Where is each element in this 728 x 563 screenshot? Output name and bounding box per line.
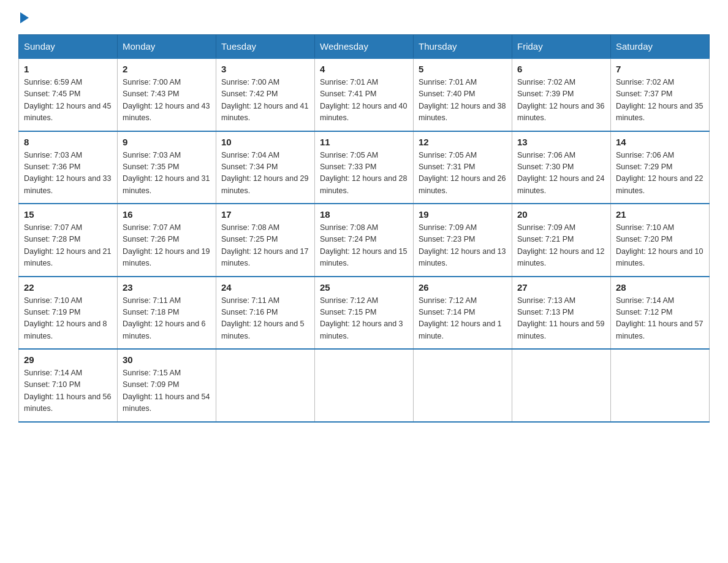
calendar-cell: 8Sunrise: 7:03 AMSunset: 7:36 PMDaylight…: [19, 131, 118, 204]
calendar-cell: 1Sunrise: 6:59 AMSunset: 7:45 PMDaylight…: [19, 58, 118, 131]
calendar-cell: 6Sunrise: 7:02 AMSunset: 7:39 PMDaylight…: [512, 58, 611, 131]
day-info: Sunrise: 7:01 AMSunset: 7:41 PMDaylight:…: [320, 77, 408, 124]
day-number: 17: [221, 209, 309, 220]
day-info: Sunrise: 7:04 AMSunset: 7:34 PMDaylight:…: [221, 150, 309, 197]
weekday-header-tuesday: Tuesday: [216, 35, 315, 59]
calendar-cell: 19Sunrise: 7:09 AMSunset: 7:23 PMDayligh…: [414, 204, 512, 277]
day-number: 9: [123, 137, 211, 147]
weekday-header-monday: Monday: [118, 35, 216, 59]
day-info: Sunrise: 7:08 AMSunset: 7:24 PMDaylight:…: [320, 222, 408, 270]
day-info: Sunrise: 7:00 AMSunset: 7:43 PMDaylight:…: [123, 77, 211, 124]
day-number: 21: [616, 209, 704, 220]
calendar-cell: 25Sunrise: 7:12 AMSunset: 7:15 PMDayligh…: [315, 277, 414, 350]
day-info: Sunrise: 7:07 AMSunset: 7:26 PMDaylight:…: [123, 222, 211, 270]
day-number: 25: [320, 282, 408, 293]
day-info: Sunrise: 6:59 AMSunset: 7:45 PMDaylight:…: [24, 77, 112, 124]
day-info: Sunrise: 7:08 AMSunset: 7:25 PMDaylight:…: [221, 222, 309, 270]
calendar-cell: 22Sunrise: 7:10 AMSunset: 7:19 PMDayligh…: [19, 277, 118, 350]
day-info: Sunrise: 7:13 AMSunset: 7:13 PMDaylight:…: [517, 295, 605, 343]
day-number: 12: [419, 137, 507, 147]
day-info: Sunrise: 7:07 AMSunset: 7:28 PMDaylight:…: [24, 222, 112, 270]
calendar-cell: 21Sunrise: 7:10 AMSunset: 7:20 PMDayligh…: [611, 204, 710, 277]
day-info: Sunrise: 7:03 AMSunset: 7:36 PMDaylight:…: [24, 150, 112, 197]
calendar-cell: 10Sunrise: 7:04 AMSunset: 7:34 PMDayligh…: [216, 131, 315, 204]
day-number: 7: [616, 64, 704, 74]
calendar-cell: [611, 349, 710, 422]
day-number: 13: [517, 137, 605, 147]
calendar-cell: 26Sunrise: 7:12 AMSunset: 7:14 PMDayligh…: [414, 277, 512, 350]
day-number: 15: [24, 209, 112, 220]
day-info: Sunrise: 7:02 AMSunset: 7:37 PMDaylight:…: [616, 77, 704, 124]
calendar-cell: [512, 349, 611, 422]
day-info: Sunrise: 7:11 AMSunset: 7:18 PMDaylight:…: [123, 295, 211, 343]
day-info: Sunrise: 7:10 AMSunset: 7:20 PMDaylight:…: [616, 222, 704, 270]
logo: [18, 12, 29, 22]
weekday-header-sunday: Sunday: [19, 35, 118, 59]
day-number: 14: [616, 137, 704, 147]
calendar-cell: 4Sunrise: 7:01 AMSunset: 7:41 PMDaylight…: [315, 58, 414, 131]
calendar-cell: 2Sunrise: 7:00 AMSunset: 7:43 PMDaylight…: [118, 58, 216, 131]
calendar-cell: 30Sunrise: 7:15 AMSunset: 7:09 PMDayligh…: [118, 349, 216, 422]
weekday-header-friday: Friday: [512, 35, 611, 59]
calendar-table: SundayMondayTuesdayWednesdayThursdayFrid…: [18, 34, 710, 423]
page-header: [18, 12, 710, 22]
calendar-cell: [216, 349, 315, 422]
day-info: Sunrise: 7:11 AMSunset: 7:16 PMDaylight:…: [221, 295, 309, 343]
day-number: 30: [123, 354, 211, 365]
calendar-cell: 12Sunrise: 7:05 AMSunset: 7:31 PMDayligh…: [414, 131, 512, 204]
day-info: Sunrise: 7:14 AMSunset: 7:10 PMDaylight:…: [24, 367, 112, 415]
calendar-cell: 5Sunrise: 7:01 AMSunset: 7:40 PMDaylight…: [414, 58, 512, 131]
calendar-cell: 13Sunrise: 7:06 AMSunset: 7:30 PMDayligh…: [512, 131, 611, 204]
calendar-cell: 9Sunrise: 7:03 AMSunset: 7:35 PMDaylight…: [118, 131, 216, 204]
calendar-cell: 27Sunrise: 7:13 AMSunset: 7:13 PMDayligh…: [512, 277, 611, 350]
day-info: Sunrise: 7:02 AMSunset: 7:39 PMDaylight:…: [517, 77, 605, 124]
weekday-header-row: SundayMondayTuesdayWednesdayThursdayFrid…: [19, 35, 710, 59]
day-number: 2: [123, 64, 211, 74]
weekday-header-saturday: Saturday: [611, 35, 710, 59]
calendar-week-row: 22Sunrise: 7:10 AMSunset: 7:19 PMDayligh…: [19, 277, 710, 350]
day-number: 18: [320, 209, 408, 220]
day-info: Sunrise: 7:00 AMSunset: 7:42 PMDaylight:…: [221, 77, 309, 124]
day-info: Sunrise: 7:10 AMSunset: 7:19 PMDaylight:…: [24, 295, 112, 343]
day-number: 27: [517, 282, 605, 293]
day-info: Sunrise: 7:03 AMSunset: 7:35 PMDaylight:…: [123, 150, 211, 197]
calendar-cell: 18Sunrise: 7:08 AMSunset: 7:24 PMDayligh…: [315, 204, 414, 277]
day-number: 16: [123, 209, 211, 220]
day-number: 19: [419, 209, 507, 220]
day-number: 10: [221, 137, 309, 147]
day-info: Sunrise: 7:12 AMSunset: 7:15 PMDaylight:…: [320, 295, 408, 343]
day-number: 4: [320, 64, 408, 74]
calendar-cell: 28Sunrise: 7:14 AMSunset: 7:12 PMDayligh…: [611, 277, 710, 350]
calendar-cell: 24Sunrise: 7:11 AMSunset: 7:16 PMDayligh…: [216, 277, 315, 350]
calendar-cell: 17Sunrise: 7:08 AMSunset: 7:25 PMDayligh…: [216, 204, 315, 277]
calendar-cell: 14Sunrise: 7:06 AMSunset: 7:29 PMDayligh…: [611, 131, 710, 204]
day-number: 8: [24, 137, 112, 147]
calendar-week-row: 1Sunrise: 6:59 AMSunset: 7:45 PMDaylight…: [19, 58, 710, 131]
calendar-cell: 23Sunrise: 7:11 AMSunset: 7:18 PMDayligh…: [118, 277, 216, 350]
day-number: 28: [616, 282, 704, 293]
calendar-cell: [414, 349, 512, 422]
day-info: Sunrise: 7:12 AMSunset: 7:14 PMDaylight:…: [419, 295, 507, 343]
day-number: 29: [24, 354, 112, 365]
day-number: 26: [419, 282, 507, 293]
calendar-cell: 15Sunrise: 7:07 AMSunset: 7:28 PMDayligh…: [19, 204, 118, 277]
day-info: Sunrise: 7:15 AMSunset: 7:09 PMDaylight:…: [123, 367, 211, 415]
day-number: 23: [123, 282, 211, 293]
day-info: Sunrise: 7:06 AMSunset: 7:29 PMDaylight:…: [616, 150, 704, 197]
day-number: 11: [320, 137, 408, 147]
day-info: Sunrise: 7:09 AMSunset: 7:21 PMDaylight:…: [517, 222, 605, 270]
day-info: Sunrise: 7:06 AMSunset: 7:30 PMDaylight:…: [517, 150, 605, 197]
day-number: 20: [517, 209, 605, 220]
calendar-week-row: 15Sunrise: 7:07 AMSunset: 7:28 PMDayligh…: [19, 204, 710, 277]
day-number: 6: [517, 64, 605, 74]
calendar-cell: 11Sunrise: 7:05 AMSunset: 7:33 PMDayligh…: [315, 131, 414, 204]
weekday-header-wednesday: Wednesday: [315, 35, 414, 59]
calendar-week-row: 29Sunrise: 7:14 AMSunset: 7:10 PMDayligh…: [19, 349, 710, 422]
calendar-cell: 20Sunrise: 7:09 AMSunset: 7:21 PMDayligh…: [512, 204, 611, 277]
day-info: Sunrise: 7:01 AMSunset: 7:40 PMDaylight:…: [419, 77, 507, 124]
weekday-header-thursday: Thursday: [414, 35, 512, 59]
day-number: 3: [221, 64, 309, 74]
calendar-week-row: 8Sunrise: 7:03 AMSunset: 7:36 PMDaylight…: [19, 131, 710, 204]
day-info: Sunrise: 7:05 AMSunset: 7:33 PMDaylight:…: [320, 150, 408, 197]
logo-arrow-icon: [20, 12, 29, 23]
